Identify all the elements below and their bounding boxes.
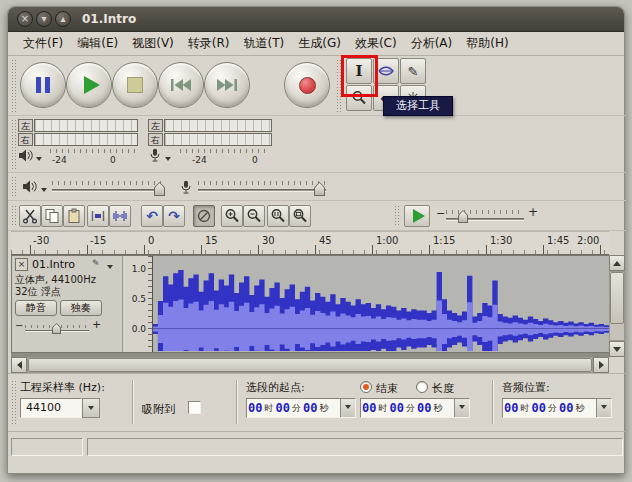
waveform-canvas[interactable] <box>153 256 609 352</box>
toolbar-grip[interactable] <box>11 205 17 227</box>
toolbar-grip[interactable] <box>394 205 400 227</box>
input-volume-slider[interactable] <box>198 189 326 192</box>
stop-button[interactable] <box>112 62 158 108</box>
minutes-value[interactable]: 00 <box>388 401 404 415</box>
menu-item-edit[interactable]: 编辑(E) <box>70 32 125 55</box>
track-panel[interactable]: × 01.Intro ✎ 立体声, 44100Hz 32位 浮点 静音 独奏 −… <box>12 256 123 352</box>
screenshot: × ▾ ▴ 01.Intro 文件(F) 编辑(E) 视图(V) 转录(R) 轨… <box>0 0 632 482</box>
sync-lock-button[interactable] <box>193 205 215 227</box>
zoom-out-button[interactable] <box>243 205 265 227</box>
meter-dropdown-icon[interactable] <box>36 157 42 164</box>
timeline-label: -15 <box>90 235 106 246</box>
menu-item-effect[interactable]: 效果(C) <box>348 32 404 55</box>
snap-checkbox[interactable] <box>188 401 201 414</box>
zoom-in-button[interactable] <box>221 205 243 227</box>
draw-tool-button[interactable]: ✎ <box>400 58 426 84</box>
recording-meter-right[interactable] <box>164 133 272 146</box>
menu-item-transport[interactable]: 转录(R) <box>181 32 237 55</box>
zoom-selection-button[interactable] <box>267 205 289 227</box>
window-titlebar[interactable]: × ▾ ▴ 01.Intro <box>8 7 624 32</box>
undo-button[interactable]: ↶ <box>141 205 163 227</box>
toolbar-grip[interactable] <box>11 380 17 426</box>
seconds-value[interactable]: 00 <box>558 401 574 415</box>
timeline-ruler[interactable]: -30 -15 0 15 30 45 1:00 1:15 1:30 1:45 2… <box>11 231 609 255</box>
timeline-tick <box>315 245 316 254</box>
solo-button[interactable]: 独奏 <box>60 300 102 316</box>
track-title[interactable]: 01.Intro <box>32 258 75 271</box>
cut-button[interactable] <box>19 205 41 227</box>
seconds-value[interactable]: 00 <box>416 401 432 415</box>
time-format-dropdown[interactable] <box>454 399 469 417</box>
minutes-value[interactable]: 00 <box>274 401 290 415</box>
meter-dropdown-icon[interactable] <box>165 157 171 164</box>
menu-item-tracks[interactable]: 轨道(T) <box>237 32 292 55</box>
horizontal-scrollbar[interactable] <box>11 357 609 373</box>
trim-button[interactable] <box>87 205 109 227</box>
vertical-scrollbar[interactable] <box>609 255 625 357</box>
time-format-dropdown[interactable] <box>596 399 611 417</box>
hours-unit: 时 <box>519 402 530 415</box>
hours-value[interactable]: 00 <box>361 401 377 415</box>
paste-button[interactable] <box>63 205 85 227</box>
meter-scale-label: 0 <box>252 155 258 165</box>
play-at-speed-button[interactable] <box>404 205 430 227</box>
pause-icon <box>36 77 50 93</box>
menu-item-analyze[interactable]: 分析(A) <box>404 32 460 55</box>
annotation-highlight-box <box>341 55 378 97</box>
hours-value[interactable]: 00 <box>247 401 263 415</box>
scrollbar-thumb[interactable] <box>28 358 592 372</box>
skip-end-button[interactable] <box>204 62 250 108</box>
length-radio[interactable] <box>416 381 428 393</box>
output-dropdown-icon[interactable] <box>41 188 47 195</box>
toolbar-grip[interactable] <box>11 176 17 198</box>
scroll-right-button[interactable] <box>593 357 609 373</box>
record-button[interactable] <box>284 62 330 108</box>
project-rate-value[interactable]: 44100 <box>20 398 82 418</box>
recording-meter-left[interactable] <box>164 119 272 132</box>
redo-button[interactable]: ↷ <box>163 205 185 227</box>
track-close-button[interactable]: × <box>15 258 28 271</box>
copy-button[interactable] <box>41 205 63 227</box>
scroll-left-button[interactable] <box>11 357 27 373</box>
scrollbar-thumb[interactable] <box>610 272 624 324</box>
maximize-button[interactable]: ▴ <box>55 11 71 27</box>
play-button[interactable] <box>66 62 112 108</box>
mute-button[interactable]: 静音 <box>15 300 57 316</box>
selection-end-field[interactable]: 00时 00分 00秒 <box>360 398 470 418</box>
menu-item-generate[interactable]: 生成(G) <box>291 32 348 55</box>
zoom-fit-button[interactable] <box>289 205 311 227</box>
left-arrow-icon <box>13 361 22 369</box>
playback-speed-slider[interactable] <box>446 218 524 221</box>
output-volume-slider[interactable] <box>52 189 164 192</box>
close-button[interactable]: × <box>17 11 33 27</box>
selection-start-field[interactable]: 00时 00分 00秒 <box>246 398 356 418</box>
minutes-value[interactable]: 00 <box>530 401 546 415</box>
trim-icon <box>90 208 106 224</box>
toolbar-grip[interactable] <box>11 119 17 169</box>
silence-button[interactable] <box>109 205 131 227</box>
audio-position-field[interactable]: 00时 00分 00秒 <box>502 398 612 418</box>
menu-item-view[interactable]: 视图(V) <box>125 32 181 55</box>
skip-start-button[interactable] <box>158 62 204 108</box>
zoom-in-icon <box>224 208 240 224</box>
scroll-up-button[interactable] <box>609 255 625 271</box>
end-radio-label[interactable]: 结束 <box>376 381 398 396</box>
scroll-down-button[interactable] <box>609 341 625 357</box>
minimize-button[interactable]: ▾ <box>36 11 52 27</box>
end-radio[interactable] <box>360 381 372 393</box>
hours-value[interactable]: 00 <box>503 401 519 415</box>
project-rate-dropdown-button[interactable] <box>82 398 100 418</box>
length-radio-label[interactable]: 长度 <box>432 381 454 396</box>
menu-item-help[interactable]: 帮助(H) <box>459 32 515 55</box>
track-menu-button[interactable] <box>107 265 113 272</box>
pause-button[interactable] <box>20 62 66 108</box>
hours-unit: 时 <box>263 402 274 415</box>
seconds-value[interactable]: 00 <box>302 401 318 415</box>
time-format-dropdown[interactable] <box>340 399 355 417</box>
playback-meter-left[interactable] <box>34 119 138 132</box>
menu-item-file[interactable]: 文件(F) <box>16 32 70 55</box>
waveform[interactable] <box>153 256 609 352</box>
toolbar-grip[interactable] <box>11 59 17 113</box>
timeline-tick <box>372 245 373 254</box>
playback-meter-right[interactable] <box>34 133 138 146</box>
